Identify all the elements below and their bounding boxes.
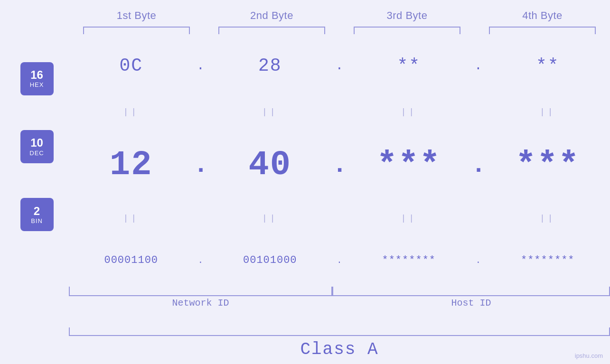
- bin-dot-1: .: [194, 256, 208, 265]
- dec-val-1: 12: [69, 148, 194, 182]
- dec-val-3: ***: [347, 148, 471, 182]
- dec-val-2: 40: [208, 148, 333, 182]
- main-content: 16 HEX 10 DEC 2 BIN 0C . 28 . ** . **: [0, 40, 610, 287]
- top-brackets: [69, 27, 610, 35]
- badge-bin-number: 2: [34, 205, 40, 217]
- bin-val-1: 00001100: [69, 254, 194, 266]
- bin-value-row: 00001100 . 00101000 . ******** . *******…: [69, 254, 610, 266]
- badge-bin-label: BIN: [31, 217, 43, 224]
- eq-row-2: || || || ||: [69, 214, 610, 223]
- badges-column: 16 HEX 10 DEC 2 BIN: [0, 40, 69, 287]
- watermark: ipshu.com: [575, 352, 603, 359]
- host-id-bracket: Host ID: [332, 287, 610, 296]
- bracket-top-4: [489, 27, 596, 35]
- byte-label-2: 2nd Byte: [204, 9, 339, 22]
- dec-val-4: ***: [486, 148, 610, 182]
- bin-dot-2: .: [332, 256, 347, 265]
- network-id-label: Network ID: [172, 298, 229, 308]
- bin-dot-3: .: [471, 256, 486, 265]
- hex-val-2: 28: [208, 56, 333, 76]
- bin-val-4: ********: [486, 254, 610, 266]
- badge-hex: 16 HEX: [20, 62, 54, 95]
- byte-label-3: 3rd Byte: [339, 9, 475, 22]
- host-id-label: Host ID: [451, 298, 491, 308]
- bracket-top-3: [354, 27, 460, 35]
- bracket-top-1: [83, 27, 190, 35]
- byte-label-4: 4th Byte: [475, 9, 610, 22]
- badge-dec-label: DEC: [29, 149, 44, 157]
- hex-dot-2: .: [332, 58, 347, 73]
- badge-hex-label: HEX: [30, 81, 44, 88]
- eq-6: ||: [208, 214, 333, 223]
- badge-hex-number: 16: [30, 69, 43, 81]
- byte-labels-row: 1st Byte 2nd Byte 3rd Byte 4th Byte: [69, 0, 610, 27]
- data-grid: 0C . 28 . ** . ** || || || || 12: [69, 40, 610, 287]
- dec-value-row: 12 . 40 . *** . ***: [69, 148, 610, 182]
- hex-dot-3: .: [471, 58, 486, 73]
- eq-3: ||: [347, 107, 471, 117]
- eq-4: ||: [486, 107, 610, 117]
- hex-val-1: 0C: [69, 56, 194, 76]
- badge-dec-number: 10: [30, 137, 43, 149]
- bin-val-2: 00101000: [208, 254, 333, 266]
- id-labels-row: Network ID Host ID: [69, 287, 610, 310]
- badge-dec: 10 DEC: [20, 130, 54, 163]
- hex-val-3: **: [347, 56, 471, 76]
- eq-1: ||: [69, 107, 194, 117]
- dec-dot-2: .: [332, 151, 347, 179]
- eq-5: ||: [69, 214, 194, 223]
- byte-label-1: 1st Byte: [69, 9, 204, 22]
- network-id-bracket: Network ID: [69, 287, 332, 296]
- hex-value-row: 0C . 28 . ** . **: [69, 56, 610, 76]
- hex-val-4: **: [486, 56, 610, 76]
- dec-dot-3: .: [471, 151, 486, 179]
- eq-7: ||: [347, 214, 471, 223]
- eq-8: ||: [486, 214, 610, 223]
- dec-dot-1: .: [194, 151, 208, 179]
- main-container: 1st Byte 2nd Byte 3rd Byte 4th Byte 16 H…: [0, 0, 610, 364]
- bottom-section: Network ID Host ID Class A: [69, 287, 610, 364]
- eq-2: ||: [208, 107, 333, 117]
- hex-dot-1: .: [194, 58, 208, 73]
- class-label: Class A: [69, 340, 610, 359]
- bracket-top-2: [218, 27, 325, 35]
- bin-val-3: ********: [347, 254, 471, 266]
- eq-row-1: || || || ||: [69, 107, 610, 117]
- badge-bin: 2 BIN: [20, 198, 54, 231]
- outer-bracket: [69, 327, 610, 336]
